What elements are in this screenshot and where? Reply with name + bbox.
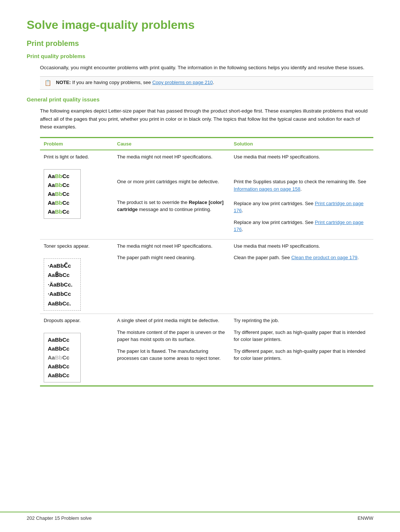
general-quality-title: General print quality issues: [27, 96, 373, 103]
note-label: NOTE: If you are having copy problems, s…: [56, 80, 214, 85]
solution-1-3: Replace any low print cartridges. See Pr…: [234, 219, 370, 233]
solution-3-1: Try reprinting the job.: [234, 317, 370, 324]
speck-sample: ·AaBbC̈c AaB̈bCc ·ÄaBbCc. ·AaBbCc AaBbCc…: [44, 258, 81, 311]
note-icon: 📋: [44, 80, 51, 86]
solution-3-3: Try different paper, such as high-qualit…: [234, 348, 370, 362]
solution-cell-1: Use media that meets HP specifications. …: [230, 150, 373, 240]
solution-cell-3: Try reprinting the job. Try different pa…: [230, 314, 373, 386]
table-row: Dropouts appear. AaBbCc AaBbCc AaBbCc Aa…: [40, 314, 373, 386]
subsection-title: Print quality problems: [27, 53, 373, 59]
issues-table: Problem Cause Solution Print is light or…: [40, 137, 373, 387]
problem-cell-2: Toner specks appear. ·AaBbC̈c AaB̈bCc ·Ä…: [40, 239, 113, 314]
cause-1-1: The media might not meet HP specificatio…: [117, 153, 226, 161]
cause-cell-1: The media might not meet HP specificatio…: [113, 150, 230, 240]
problem-label-2: Toner specks appear.: [44, 243, 90, 249]
cause-1-2: One or more print cartridges might be de…: [117, 178, 226, 185]
solution-2-1: Use media that meets HP specifications.: [234, 242, 370, 250]
faded-sample: AaBbCc AaBbCc AaBbCc AaBbCc AaBbCc: [44, 169, 81, 219]
footer-right: ENWW: [357, 515, 373, 521]
solution-2-2: Clean the paper path. See Clean the prod…: [234, 254, 370, 261]
col-header-solution: Solution: [230, 137, 373, 150]
cause-2-1: The media might not meet HP specificatio…: [117, 242, 226, 250]
problem-cell-1: Print is light or faded. AaBbCc AaBbCc A…: [40, 150, 113, 240]
solution-1-2: Print the Supplies status page to check …: [234, 178, 370, 214]
footer: 202 Chapter 15 Problem solve ENWW: [0, 512, 400, 521]
copy-problems-link[interactable]: Copy problems on page 210: [152, 80, 213, 85]
info-pages-link-1[interactable]: Information pages on page 158: [234, 186, 300, 192]
problem-cell-3: Dropouts appear. AaBbCc AaBbCc AaBbCc Aa…: [40, 314, 113, 386]
cause-2-2: The paper path might need cleaning.: [117, 254, 226, 261]
col-header-problem: Problem: [40, 137, 113, 150]
clean-product-link[interactable]: Clean the product on page 179: [291, 255, 357, 260]
solution-3-2: Try different paper, such as high-qualit…: [234, 329, 370, 343]
print-cartridge-link-1[interactable]: Print cartridge on page 176: [234, 201, 363, 214]
table-row: Toner specks appear. ·AaBbC̈c AaB̈bCc ·Ä…: [40, 239, 373, 314]
page-title: Solve image-quality problems: [27, 18, 373, 32]
solution-cell-2: Use media that meets HP specifications. …: [230, 239, 373, 314]
dropout-sample: AaBbCc AaBbCc AaBbCc AaBbCc AaBbCc: [44, 333, 81, 382]
col-header-cause: Cause: [113, 137, 230, 150]
problem-label-3: Dropouts appear.: [44, 318, 81, 323]
section-title: Print problems: [27, 39, 373, 48]
footer-left: 202 Chapter 15 Problem solve: [27, 515, 92, 521]
print-cartridge-link-2[interactable]: Print cartridge on page 176: [234, 220, 363, 232]
note-box: 📋 NOTE: If you are having copy problems,…: [40, 76, 373, 90]
solution-1-1: Use media that meets HP specifications.: [234, 153, 370, 161]
table-row: Print is light or faded. AaBbCc AaBbCc A…: [40, 150, 373, 240]
problem-label-1: Print is light or faded.: [44, 154, 89, 160]
cause-3-3: The paper lot is flawed. The manufacturi…: [117, 348, 226, 362]
cause-3-2: The moisture content of the paper is une…: [117, 329, 226, 343]
cause-cell-3: A single sheet of print media might be d…: [113, 314, 230, 386]
intro-text: Occasionally, you might encounter proble…: [40, 64, 373, 72]
cause-cell-2: The media might not meet HP specificatio…: [113, 239, 230, 314]
cause-1-3: The product is set to override the Repla…: [117, 199, 226, 213]
cause-3-1: A single sheet of print media might be d…: [117, 317, 226, 324]
general-intro-text: The following examples depict Letter-siz…: [40, 107, 373, 131]
